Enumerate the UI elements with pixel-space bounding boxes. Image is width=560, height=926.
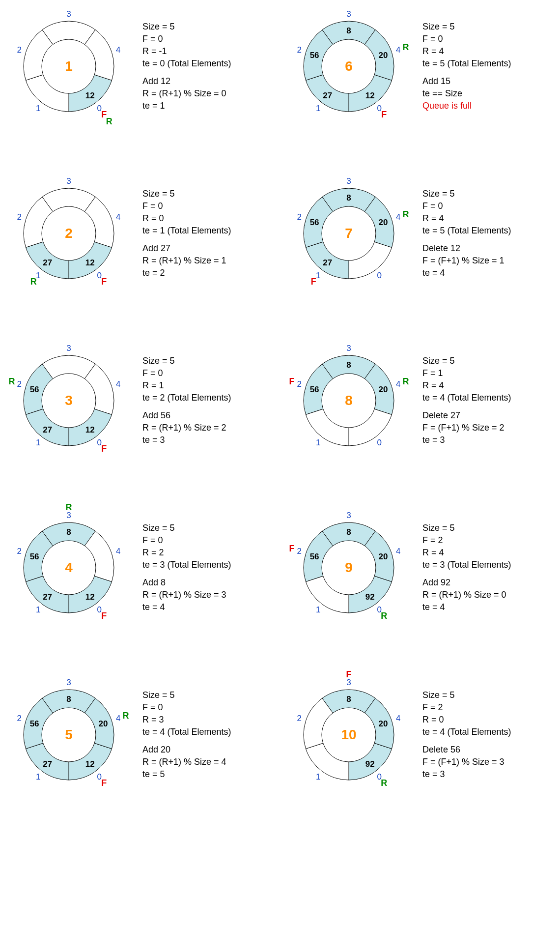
operation-line: R = (R+1) % Size = 1 [142,255,231,267]
operation-line: Add 27 [142,242,231,255]
operation-line: Add 15 [422,75,511,87]
state-block: Size = 5F = 2R = 0te = 4 (Total Elements… [422,689,511,739]
queue-value-3: 8 [346,360,351,370]
queue-value-1: 27 [323,91,332,100]
operation-line: Delete 12 [422,242,511,255]
queue-index-2: 2 [17,212,21,222]
step-3: 312275601234FRSize = 5F = 0R = 1te = 2 (… [10,344,270,457]
circular-queue-ring: 4122756801234FR [10,509,128,627]
state-line: Size = 5 [142,355,231,367]
queue-index-4: 4 [116,45,120,55]
state-block: Size = 5F = 0R = 1te = 2 (Total Elements… [142,355,231,405]
circular-queue-ring: 7275682001234FR [290,174,408,292]
rear-pointer: R [381,778,387,788]
operation-line: te = 1 [142,100,231,112]
state-line: F = 0 [142,33,231,45]
rear-pointer: R [381,611,387,621]
operation-block: Add 15te == SizeQueue is full [422,75,511,113]
operation-line: te = 4 [422,267,511,279]
queue-slot-0 [349,242,392,279]
queue-slot-1 [26,75,69,112]
step-number: 7 [345,226,353,241]
queue-index-2: 2 [297,547,301,556]
queue-value-3: 8 [346,694,351,704]
queue-index-3: 3 [346,511,351,520]
step-9: 9925682001234FRSize = 5F = 2R = 4te = 3 … [290,511,550,624]
queue-index-3: 3 [66,176,71,186]
operation-line: te = 3 [422,768,511,781]
queue-index-2: 2 [297,212,301,222]
queue-index-1: 1 [316,438,320,447]
state-line: Size = 5 [422,188,511,200]
step-number: 8 [345,393,353,408]
queue-value-4: 20 [378,719,388,728]
queue-value-2: 56 [310,552,319,561]
state-block: Size = 5F = 0R = -1te = 0 (Total Element… [142,21,231,70]
rear-pointer: R [30,277,37,287]
operation-line: Add 20 [142,744,231,756]
queue-value-2: 56 [30,552,39,561]
circular-queue-ring: 11201234FR [10,7,128,125]
step-number: 9 [345,560,353,575]
queue-index-4: 4 [396,714,400,723]
queue-index-1: 1 [316,772,320,781]
front-pointer: F [311,277,316,287]
step-number: 10 [341,727,356,742]
step-info: Size = 5F = 1R = 4te = 4 (Total Elements… [422,355,511,446]
state-block: Size = 5F = 0R = 4te = 5 (Total Elements… [422,188,511,237]
operation-line: R = (R+1) % Size = 0 [142,87,231,100]
queue-index-1: 1 [316,104,320,113]
ring-wrap: 512275682001234FR [10,676,128,794]
queue-index-2: 2 [297,379,301,389]
ring-wrap: 7275682001234FR [290,174,408,292]
step-number: 2 [65,226,73,241]
queue-value-2: 56 [310,51,319,60]
front-pointer: F [381,110,387,119]
operation-line: te = 5 [142,768,231,781]
state-block: Size = 5F = 2R = 4te = 3 (Total Elements… [422,522,511,572]
diagram-grid: 11201234FRSize = 5F = 0R = -1te = 0 (Tot… [10,10,550,791]
step-info: Size = 5F = 0R = 1te = 2 (Total Elements… [142,355,231,446]
queue-value-2: 56 [310,385,319,394]
step-number: 5 [65,727,73,742]
ring-wrap: 109282001234FR [290,676,408,794]
queue-index-4: 4 [116,379,120,389]
state-line: R = 4 [422,212,511,225]
state-block: Size = 5F = 0R = 4te = 5 (Total Elements… [422,21,511,70]
queue-value-2: 56 [30,719,39,728]
queue-index-2: 2 [17,379,21,389]
queue-value-0: 12 [85,91,95,100]
state-line: te = 2 (Total Elements) [142,392,231,404]
queue-index-4: 4 [116,714,120,723]
queue-value-3: 8 [66,527,71,537]
queue-value-0: 92 [365,759,375,769]
step-number: 3 [65,393,73,408]
operation-line: Add 12 [142,75,231,87]
queue-index-4: 4 [396,212,400,222]
queue-value-0: 12 [85,759,95,769]
circular-queue-ring: 85682001234FR [290,342,408,460]
operation-line: Delete 56 [422,744,511,756]
operation-line: F = (F+1) % Size = 2 [422,422,511,434]
state-line: Size = 5 [422,355,511,367]
operation-line: te == Size [422,87,511,100]
queue-index-3: 3 [66,344,71,353]
front-pointer: F [289,544,294,553]
step-8: 85682001234FRSize = 5F = 1R = 4te = 4 (T… [290,344,550,457]
ring-wrap: 312275601234FR [10,342,128,460]
circular-queue-ring: 512275682001234FR [10,676,128,794]
queue-value-4: 20 [378,385,388,394]
operation-line: te = 3 [422,434,511,446]
rear-pointer: R [123,711,129,721]
step-info: Size = 5F = 0R = 4te = 5 (Total Elements… [422,188,511,279]
rear-pointer: R [403,376,409,386]
step-number: 6 [345,58,353,74]
state-line: R = 1 [142,379,231,392]
operation-block: Add 56R = (R+1) % Size = 2te = 3 [142,409,231,447]
state-line: F = 0 [142,200,231,212]
rear-pointer: R [66,502,72,512]
queue-index-1: 1 [316,605,320,614]
queue-value-0: 92 [365,592,375,602]
operation-block: Delete 12F = (F+1) % Size = 1te = 4 [422,242,511,280]
operation-line: F = (F+1) % Size = 3 [422,756,511,768]
